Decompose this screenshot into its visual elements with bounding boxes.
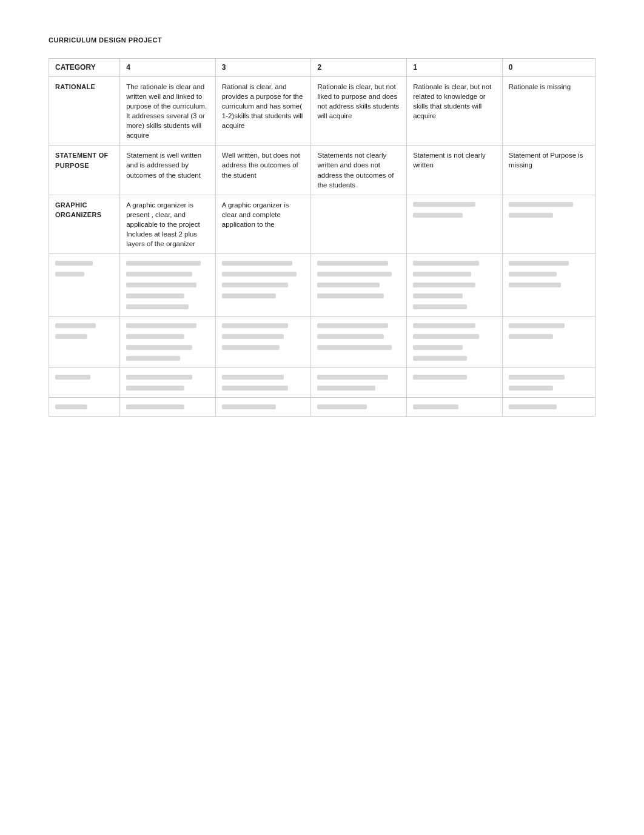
category-label: GRAPHIC ORGANIZERS [55, 201, 101, 218]
page-title: CURRICULUM DESIGN PROJECT [49, 36, 595, 44]
category-label: RATIONALE [55, 83, 95, 90]
row-rationale-col3: Rational is clear, and provides a purpos… [215, 76, 311, 146]
row-rationale-col1: Rationale is clear, but not related to k… [407, 76, 503, 146]
table-row [49, 254, 595, 317]
category-cell [49, 368, 120, 398]
row-sop-col4: Statement is well written and is address… [120, 146, 216, 195]
rubric-table: CATEGORY 4 3 2 1 0 RATIONALE The rationa… [49, 58, 595, 417]
row-go-col2 [311, 195, 407, 253]
header-col0: 0 [502, 59, 595, 77]
table-row [49, 368, 595, 398]
row-rationale-col2: Rationale is clear, but not liked to pur… [311, 76, 407, 146]
table-row: GRAPHIC ORGANIZERS A graphic organizer i… [49, 195, 595, 253]
category-cell [49, 398, 120, 417]
row-go-col1 [407, 195, 503, 253]
category-cell: GRAPHIC ORGANIZERS [49, 195, 120, 253]
table-row [49, 398, 595, 417]
table-header-row: CATEGORY 4 3 2 1 0 [49, 59, 595, 77]
header-col1: 1 [407, 59, 503, 77]
row-sop-col2: Statements not clearly written and does … [311, 146, 407, 195]
row-go-col0 [502, 195, 595, 253]
table-row: RATIONALE The rationale is clear and wri… [49, 76, 595, 146]
row-go-col3: A graphic organizer is clear and complet… [215, 195, 311, 253]
category-cell: STATEMENT OF PURPOSE [49, 146, 120, 195]
header-col3: 3 [215, 59, 311, 77]
row-rationale-col0: Rationale is missing [502, 76, 595, 146]
table-row: STATEMENT OF PURPOSE Statement is well w… [49, 146, 595, 195]
category-cell [49, 317, 120, 368]
header-col4: 4 [120, 59, 216, 77]
header-category: CATEGORY [49, 59, 120, 77]
row-rationale-col4: The rationale is clear and written well … [120, 76, 216, 146]
row-sop-col0: Statement of Purpose is missing [502, 146, 595, 195]
category-label: STATEMENT OF PURPOSE [55, 152, 109, 169]
row-sop-col3: Well written, but does not address the o… [215, 146, 311, 195]
row-sop-col1: Statement is not clearly written [407, 146, 503, 195]
table-row [49, 317, 595, 368]
category-cell: RATIONALE [49, 76, 120, 146]
category-cell [49, 254, 120, 317]
header-col2: 2 [311, 59, 407, 77]
row-go-col4: A graphic organizer is present , clear, … [120, 195, 216, 253]
